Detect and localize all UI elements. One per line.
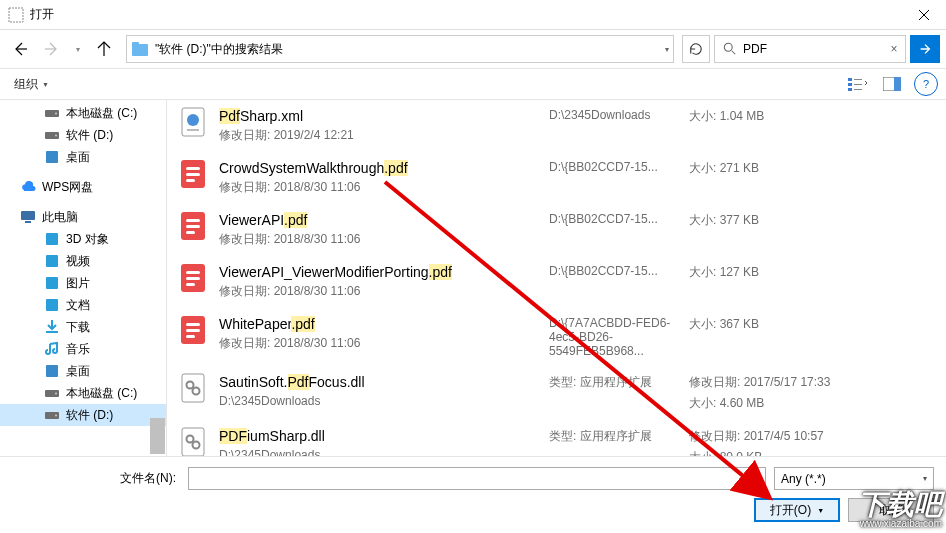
sidebar-item-label: 本地磁盘 (C:) — [66, 385, 137, 402]
navigation-pane[interactable]: 本地磁盘 (C:)软件 (D:)桌面WPS网盘此电脑3D 对象视频图片文档下载音… — [0, 100, 167, 456]
sidebar-item[interactable]: 视频 — [0, 250, 166, 272]
file-name: CrowdSystemWalkthrough.pdf — [219, 158, 549, 178]
sidebar-item[interactable]: 桌面 — [0, 146, 166, 168]
svg-rect-6 — [848, 83, 852, 86]
sidebar-item-label: 此电脑 — [42, 209, 78, 226]
split-chevron-icon: ▼ — [817, 507, 824, 514]
file-row[interactable]: SautinSoft.PdfFocus.dll D:\2345Downloads… — [167, 366, 946, 420]
address-bar[interactable]: "软件 (D:)"中的搜索结果 ▾ — [126, 35, 674, 63]
search-input[interactable]: PDF × — [714, 35, 906, 63]
sidebar-item-label: 3D 对象 — [66, 231, 109, 248]
refresh-button[interactable] — [682, 35, 710, 63]
file-meta: 修改日期: 2018/8/30 11:06 — [219, 282, 549, 300]
list-view-icon — [848, 77, 868, 91]
close-button[interactable] — [901, 0, 946, 30]
sidebar-item[interactable]: 本地磁盘 (C:) — [0, 382, 166, 404]
up-button[interactable] — [90, 35, 118, 63]
forward-button[interactable] — [38, 35, 66, 63]
svg-rect-17 — [21, 211, 35, 220]
file-col-path: 类型: 应用程序扩展 — [549, 372, 689, 412]
filetype-filter[interactable]: Any (*.*) ▾ — [774, 467, 934, 490]
cancel-button[interactable]: 取消 — [848, 498, 934, 522]
sidebar-item-label: 下载 — [66, 319, 90, 336]
sidebar-item[interactable]: 图片 — [0, 272, 166, 294]
sidebar-item[interactable]: 3D 对象 — [0, 228, 166, 250]
svg-rect-7 — [854, 84, 862, 85]
svg-rect-21 — [46, 277, 58, 289]
filter-value: Any (*.*) — [781, 472, 826, 486]
organize-menu[interactable]: 组织 ▼ — [8, 73, 55, 96]
svg-rect-4 — [848, 78, 852, 81]
sidebar-item[interactable]: 文档 — [0, 294, 166, 316]
svg-point-3 — [724, 43, 732, 51]
search-clear-button[interactable]: × — [883, 42, 905, 56]
file-icon — [177, 314, 209, 346]
file-name: ViewerAPI.pdf — [219, 210, 549, 230]
view-mode-button[interactable] — [842, 72, 874, 96]
file-col-size: 大小: 271 KB — [689, 158, 936, 196]
svg-rect-11 — [894, 77, 901, 91]
address-dropdown-icon[interactable]: ▾ — [665, 45, 669, 54]
sidebar-item-label: 软件 (D:) — [66, 127, 113, 144]
file-icon — [177, 426, 209, 456]
history-dropdown[interactable]: ▾ — [70, 35, 86, 63]
file-list[interactable]: PdfSharp.xml 修改日期: 2019/2/4 12:21 D:\234… — [167, 100, 946, 456]
preview-pane-button[interactable] — [876, 72, 908, 96]
open-button-label: 打开(O) — [770, 502, 811, 519]
svg-rect-43 — [186, 283, 195, 286]
sidebar-item[interactable]: 下载 — [0, 316, 166, 338]
sidebar-item[interactable]: 桌面 — [0, 360, 166, 382]
search-folder-icon — [131, 40, 149, 58]
file-row[interactable]: ViewerAPI_ViewerModifierPorting.pdf 修改日期… — [167, 256, 946, 308]
svg-rect-23 — [46, 331, 58, 333]
file-row[interactable]: ViewerAPI.pdf 修改日期: 2018/8/30 11:06 D:\{… — [167, 204, 946, 256]
sidebar-item-label: 软件 (D:) — [66, 407, 113, 424]
file-row[interactable]: PdfSharp.xml 修改日期: 2019/2/4 12:21 D:\234… — [167, 100, 946, 152]
svg-rect-41 — [186, 271, 200, 274]
file-row[interactable]: PDFiumSharp.dll D:\2345Downloads 类型: 应用程… — [167, 420, 946, 456]
back-button[interactable] — [6, 35, 34, 63]
file-name: SautinSoft.PdfFocus.dll — [219, 372, 549, 392]
file-row[interactable]: WhitePaper.pdf 修改日期: 2018/8/30 11:06 D:\… — [167, 308, 946, 366]
file-name: PDFiumSharp.dll — [219, 426, 549, 446]
titlebar: 打开 — [0, 0, 946, 30]
sidebar-item-label: 本地磁盘 (C:) — [66, 105, 137, 122]
file-icon — [177, 372, 209, 404]
arrow-up-icon — [96, 41, 112, 57]
svg-rect-45 — [186, 323, 200, 326]
sidebar-item[interactable]: WPS网盘 — [0, 176, 166, 198]
svg-rect-2 — [132, 42, 139, 46]
svg-rect-0 — [9, 8, 23, 22]
arrow-left-icon — [12, 41, 28, 57]
svg-rect-24 — [46, 365, 58, 377]
file-col-size: 修改日期: 2017/4/5 10:57大小: 80.0 KB — [689, 426, 936, 456]
address-path: "软件 (D:)"中的搜索结果 — [155, 41, 659, 58]
sidebar-item-label: 图片 — [66, 275, 90, 292]
scrollbar-thumb[interactable] — [150, 418, 165, 454]
sidebar-item[interactable]: 软件 (D:) — [0, 404, 166, 426]
window-title: 打开 — [30, 6, 901, 23]
file-row[interactable]: CrowdSystemWalkthrough.pdf 修改日期: 2018/8/… — [167, 152, 946, 204]
file-meta: 修改日期: 2018/8/30 11:06 — [219, 230, 549, 248]
search-go-button[interactable] — [910, 35, 940, 63]
sidebar-item[interactable]: 本地磁盘 (C:) — [0, 102, 166, 124]
toolbar: 组织 ▼ ? — [0, 68, 946, 100]
file-icon — [177, 106, 209, 138]
svg-rect-42 — [186, 277, 200, 280]
sidebar-item[interactable]: 此电脑 — [0, 206, 166, 228]
svg-point-30 — [187, 114, 199, 126]
svg-rect-35 — [186, 179, 195, 182]
svg-point-13 — [55, 113, 57, 115]
file-col-size: 修改日期: 2017/5/17 17:33大小: 4.60 MB — [689, 372, 936, 412]
sidebar-item[interactable]: 音乐 — [0, 338, 166, 360]
help-button[interactable]: ? — [914, 72, 938, 96]
filename-input[interactable] — [188, 467, 766, 490]
sidebar-item-label: 视频 — [66, 253, 90, 270]
file-col-path: D:\{BB02CCD7-15... — [549, 262, 689, 300]
file-col-path: D:\{7A7ACBDD-FED6-4ec5-BD26-5549FEB5B968… — [549, 314, 689, 358]
svg-rect-38 — [186, 225, 200, 228]
sidebar-item[interactable]: 软件 (D:) — [0, 124, 166, 146]
open-button[interactable]: 打开(O) ▼ — [754, 498, 840, 522]
file-icon — [177, 158, 209, 190]
svg-rect-33 — [186, 167, 200, 170]
